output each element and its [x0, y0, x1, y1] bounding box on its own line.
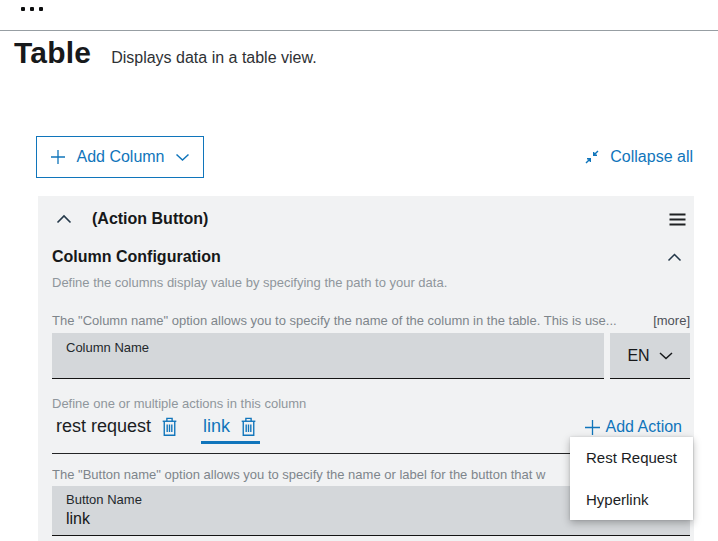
page-header: Table Displays data in a table view. — [14, 36, 317, 70]
chevron-up-icon[interactable] — [56, 214, 72, 224]
trash-icon[interactable] — [160, 416, 179, 437]
page-subtitle: Displays data in a table view. — [111, 49, 316, 67]
ellipsis-menu-icon[interactable] — [21, 7, 43, 11]
language-value: EN — [627, 347, 649, 365]
tab-link[interactable]: link — [201, 415, 260, 444]
menu-item-rest-request[interactable]: Rest Request — [570, 437, 693, 479]
drag-handle-icon[interactable] — [669, 213, 686, 226]
column-name-help-row: The "Column name" option allows you to s… — [52, 313, 690, 328]
toolbar: Add Column Collapse all — [36, 136, 693, 178]
tab-label: link — [203, 416, 230, 437]
app-window: Table Displays data in a table view. Add… — [0, 0, 718, 541]
section-description: Define the columns display value by spec… — [52, 275, 690, 290]
chevron-down-icon — [175, 153, 190, 162]
tab-label: rest request — [56, 416, 151, 437]
language-select[interactable]: EN — [610, 333, 690, 379]
column-name-row: Column Name EN — [52, 333, 690, 379]
top-bar — [0, 0, 718, 31]
section-title: Column Configuration — [52, 248, 221, 266]
column-name-label: Column Name — [66, 340, 604, 355]
panel-title: (Action Button) — [92, 210, 208, 228]
add-column-label: Add Column — [76, 148, 164, 166]
collapse-all-button[interactable]: Collapse all — [584, 148, 693, 166]
more-link[interactable]: [more] — [653, 313, 690, 328]
chevron-down-icon — [659, 352, 673, 360]
column-name-input[interactable]: Column Name — [52, 333, 604, 379]
section-header: Column Configuration — [52, 248, 690, 266]
plus-icon — [584, 419, 601, 436]
menu-item-hyperlink[interactable]: Hyperlink — [570, 479, 693, 521]
trash-icon[interactable] — [239, 416, 258, 437]
column-name-help-text: The "Column name" option allows you to s… — [52, 313, 617, 328]
add-column-button[interactable]: Add Column — [36, 136, 204, 178]
collapse-icon — [584, 149, 600, 165]
add-action-dropdown: Rest Request Hyperlink — [570, 437, 693, 520]
actions-label: Define one or multiple actions in this c… — [52, 396, 690, 411]
collapse-all-label: Collapse all — [610, 148, 693, 166]
page-title: Table — [14, 36, 91, 70]
tab-rest-request[interactable]: rest request — [54, 415, 181, 441]
add-action-label: Add Action — [606, 418, 683, 436]
panel-header: (Action Button) — [52, 196, 690, 228]
plus-icon — [50, 149, 66, 165]
add-action-button[interactable]: Add Action — [584, 418, 691, 436]
chevron-up-icon[interactable] — [667, 253, 682, 262]
